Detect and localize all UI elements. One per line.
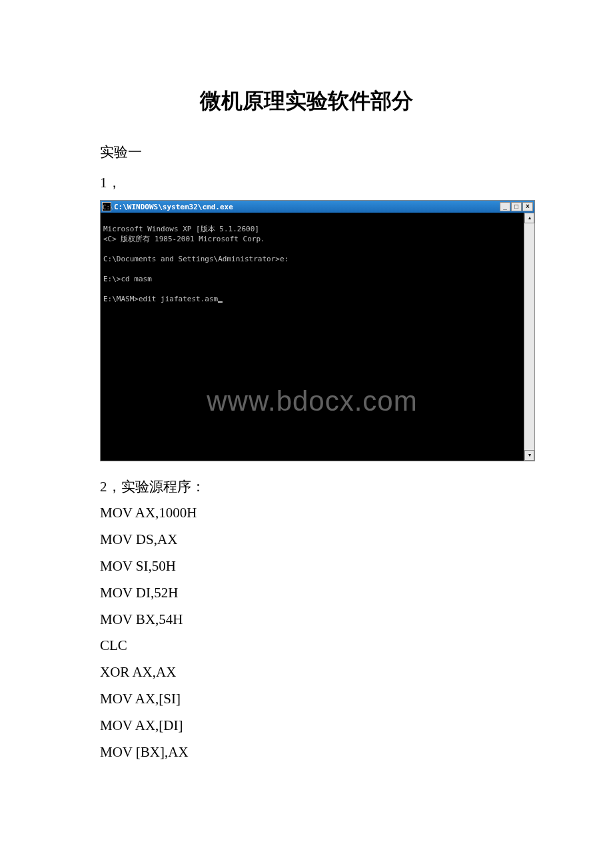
window-controls: _ □ × bbox=[500, 202, 533, 211]
code-line: MOV [BX],AX bbox=[100, 739, 513, 766]
scrollbar[interactable]: ▴ ▾ bbox=[524, 213, 534, 461]
cmd-output-line: C:\Documents and Settings\Administrator>… bbox=[103, 255, 289, 263]
scroll-up-button[interactable]: ▴ bbox=[524, 213, 534, 223]
code-line: MOV AX,[DI] bbox=[100, 713, 513, 739]
section-heading: 实验一 bbox=[100, 143, 513, 161]
maximize-button[interactable]: □ bbox=[511, 202, 522, 211]
item1-label: 1， bbox=[100, 173, 513, 192]
minimize-button[interactable]: _ bbox=[500, 202, 510, 211]
code-line: XOR AX,AX bbox=[100, 659, 513, 686]
code-line: MOV AX,1000H bbox=[100, 500, 513, 527]
item2-label: 2，实验源程序： bbox=[100, 477, 513, 496]
cmd-window-title: C:\WINDOWS\system32\cmd.exe bbox=[114, 203, 500, 211]
cmd-output-line: Microsoft Windows XP [版本 5.1.2600] bbox=[103, 225, 259, 233]
scroll-down-button[interactable]: ▾ bbox=[524, 450, 534, 461]
cmd-output-line: E:\MASM>edit jiafatest.asm bbox=[103, 295, 223, 303]
watermark-text: www.bdocx.com bbox=[101, 396, 524, 406]
code-line: CLC bbox=[100, 633, 513, 659]
cmd-icon: C:\ bbox=[102, 202, 111, 211]
code-line: MOV DI,52H bbox=[100, 580, 513, 607]
scroll-track[interactable] bbox=[524, 223, 534, 450]
cmd-terminal[interactable]: Microsoft Windows XP [版本 5.1.2600] <C> 版… bbox=[101, 213, 524, 461]
cursor-icon bbox=[218, 301, 223, 303]
code-line: MOV DS,AX bbox=[100, 527, 513, 553]
cmd-output-line: <C> 版权所有 1985-2001 Microsoft Corp. bbox=[103, 235, 265, 243]
cmd-titlebar: C:\ C:\WINDOWS\system32\cmd.exe _ □ × bbox=[101, 201, 534, 213]
code-line: MOV BX,54H bbox=[100, 607, 513, 633]
source-code-block: MOV AX,1000H MOV DS,AX MOV SI,50H MOV DI… bbox=[100, 500, 513, 766]
cmd-window: C:\ C:\WINDOWS\system32\cmd.exe _ □ × Mi… bbox=[100, 200, 535, 461]
cmd-output-line: E:\>cd masm bbox=[103, 275, 152, 283]
code-line: MOV SI,50H bbox=[100, 553, 513, 580]
page-title: 微机原理实验软件部分 bbox=[100, 87, 513, 116]
code-line: MOV AX,[SI] bbox=[100, 686, 513, 713]
close-button[interactable]: × bbox=[522, 202, 533, 211]
